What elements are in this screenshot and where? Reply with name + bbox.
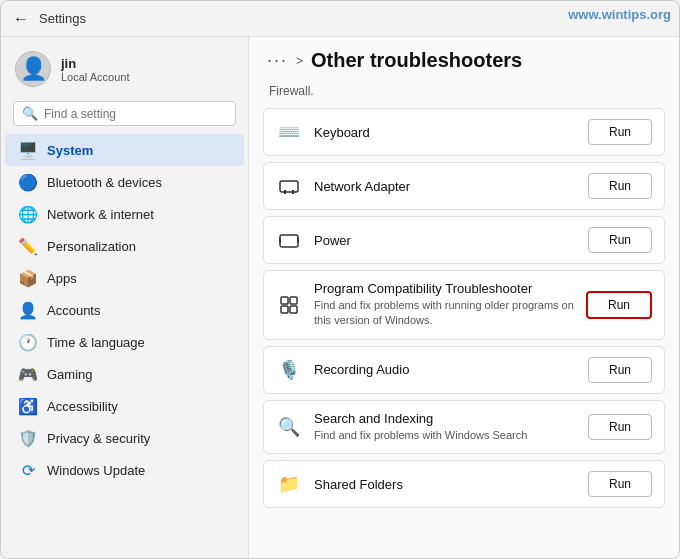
personalization-icon: ✏️	[19, 237, 37, 255]
breadcrumb-chevron: >	[296, 54, 303, 68]
ts-name-program-compat: Program Compatibility Troubleshooter	[314, 281, 574, 296]
apps-icon: 📦	[19, 269, 37, 287]
run-button-program-compat[interactable]: Run	[586, 291, 652, 319]
back-button[interactable]: ←	[13, 10, 29, 28]
sidebar-item-apps[interactable]: 📦 Apps	[5, 262, 244, 294]
ts-item-program-compat: Program Compatibility Troubleshooter Fin…	[263, 270, 665, 340]
run-button-network-adapter[interactable]: Run	[588, 173, 652, 199]
run-button-keyboard[interactable]: Run	[588, 119, 652, 145]
network-adapter-icon	[276, 173, 302, 199]
svg-rect-4	[279, 238, 281, 243]
sidebar-item-personalization[interactable]: ✏️ Personalization	[5, 230, 244, 262]
page-title: Other troubleshooters	[311, 49, 522, 72]
ts-name-search-indexing: Search and Indexing	[314, 411, 576, 426]
bluetooth-icon: 🔵	[19, 173, 37, 191]
search-indexing-icon: 🔍	[276, 414, 302, 440]
sidebar-item-label-apps: Apps	[47, 271, 77, 286]
sidebar-item-update[interactable]: ⟳ Windows Update	[5, 454, 244, 486]
svg-rect-0	[280, 181, 298, 192]
sidebar-item-accounts[interactable]: 👤 Accounts	[5, 294, 244, 326]
svg-rect-9	[290, 306, 297, 313]
svg-rect-2	[292, 190, 294, 194]
svg-rect-8	[281, 306, 288, 313]
svg-rect-7	[290, 297, 297, 304]
ts-name-shared-folders: Shared Folders	[314, 477, 576, 492]
svg-rect-5	[297, 238, 299, 243]
program-compat-icon	[276, 292, 302, 318]
ts-info-power: Power	[314, 233, 576, 248]
sidebar-item-bluetooth[interactable]: 🔵 Bluetooth & devices	[5, 166, 244, 198]
sidebar-item-network[interactable]: 🌐 Network & internet	[5, 198, 244, 230]
ts-info-keyboard: Keyboard	[314, 125, 576, 140]
sidebar-item-label-time: Time & language	[47, 335, 145, 350]
ts-info-recording-audio: Recording Audio	[314, 362, 576, 377]
power-icon	[276, 227, 302, 253]
svg-rect-1	[284, 190, 286, 194]
avatar: 👤	[15, 51, 51, 87]
sidebar-item-label-network: Network & internet	[47, 207, 154, 222]
recording-audio-icon: 🎙️	[276, 357, 302, 383]
breadcrumb-dots[interactable]: ···	[267, 50, 288, 71]
run-button-recording-audio[interactable]: Run	[588, 357, 652, 383]
network-icon: 🌐	[19, 205, 37, 223]
ts-item-shared-folders: 📁 Shared Folders Run	[263, 460, 665, 508]
ts-name-network-adapter: Network Adapter	[314, 179, 576, 194]
settings-window: www.wintips.org ← Settings 👤 jin Local A…	[0, 0, 680, 559]
sidebar-user: 👤 jin Local Account	[1, 43, 248, 97]
sidebar-item-label-accessibility: Accessibility	[47, 399, 118, 414]
ts-item-power: Power Run	[263, 216, 665, 264]
ts-info-search-indexing: Search and Indexing Find and fix problem…	[314, 411, 576, 443]
title-bar-title: Settings	[39, 11, 86, 26]
content-header: ··· > Other troubleshooters	[249, 37, 679, 80]
time-icon: 🕐	[19, 333, 37, 351]
sidebar-item-accessibility[interactable]: ♿ Accessibility	[5, 390, 244, 422]
ts-item-network-adapter: Network Adapter Run	[263, 162, 665, 210]
user-info: jin Local Account	[61, 56, 130, 83]
title-bar: ← Settings	[1, 1, 679, 37]
user-role: Local Account	[61, 71, 130, 83]
sidebar-item-time[interactable]: 🕐 Time & language	[5, 326, 244, 358]
sidebar: 👤 jin Local Account 🔍 🖥️ System 🔵 Blueto…	[1, 37, 249, 558]
firewall-note: Firewall.	[263, 80, 665, 108]
keyboard-icon: ⌨️	[276, 119, 302, 145]
run-button-power[interactable]: Run	[588, 227, 652, 253]
sidebar-item-privacy[interactable]: 🛡️ Privacy & security	[5, 422, 244, 454]
svg-rect-3	[280, 235, 298, 247]
troubleshooter-list: Firewall. ⌨️ Keyboard Run	[249, 80, 679, 558]
ts-info-shared-folders: Shared Folders	[314, 477, 576, 492]
ts-desc-search-indexing: Find and fix problems with Windows Searc…	[314, 428, 576, 443]
user-name: jin	[61, 56, 130, 71]
sidebar-item-label-personalization: Personalization	[47, 239, 136, 254]
privacy-icon: 🛡️	[19, 429, 37, 447]
sidebar-item-label-accounts: Accounts	[47, 303, 100, 318]
shared-folders-icon: 📁	[276, 471, 302, 497]
update-icon: ⟳	[19, 461, 37, 479]
ts-name-recording-audio: Recording Audio	[314, 362, 576, 377]
sidebar-item-label-privacy: Privacy & security	[47, 431, 150, 446]
sidebar-item-label-system: System	[47, 143, 93, 158]
content-area: ··· > Other troubleshooters Firewall. ⌨️…	[249, 37, 679, 558]
sidebar-item-system[interactable]: 🖥️ System	[5, 134, 244, 166]
search-box[interactable]: 🔍	[13, 101, 236, 126]
ts-info-program-compat: Program Compatibility Troubleshooter Fin…	[314, 281, 574, 329]
system-icon: 🖥️	[19, 141, 37, 159]
run-button-search-indexing[interactable]: Run	[588, 414, 652, 440]
ts-item-keyboard: ⌨️ Keyboard Run	[263, 108, 665, 156]
gaming-icon: 🎮	[19, 365, 37, 383]
ts-desc-program-compat: Find and fix problems with running older…	[314, 298, 574, 329]
accessibility-icon: ♿	[19, 397, 37, 415]
sidebar-item-gaming[interactable]: 🎮 Gaming	[5, 358, 244, 390]
run-button-shared-folders[interactable]: Run	[588, 471, 652, 497]
ts-name-power: Power	[314, 233, 576, 248]
sidebar-item-label-gaming: Gaming	[47, 367, 93, 382]
ts-info-network-adapter: Network Adapter	[314, 179, 576, 194]
sidebar-item-label-update: Windows Update	[47, 463, 145, 478]
ts-name-keyboard: Keyboard	[314, 125, 576, 140]
sidebar-item-label-bluetooth: Bluetooth & devices	[47, 175, 162, 190]
main-layout: 👤 jin Local Account 🔍 🖥️ System 🔵 Blueto…	[1, 37, 679, 558]
search-input[interactable]	[44, 107, 227, 121]
search-icon: 🔍	[22, 106, 38, 121]
ts-item-recording-audio: 🎙️ Recording Audio Run	[263, 346, 665, 394]
ts-item-search-indexing: 🔍 Search and Indexing Find and fix probl…	[263, 400, 665, 454]
svg-rect-6	[281, 297, 288, 304]
